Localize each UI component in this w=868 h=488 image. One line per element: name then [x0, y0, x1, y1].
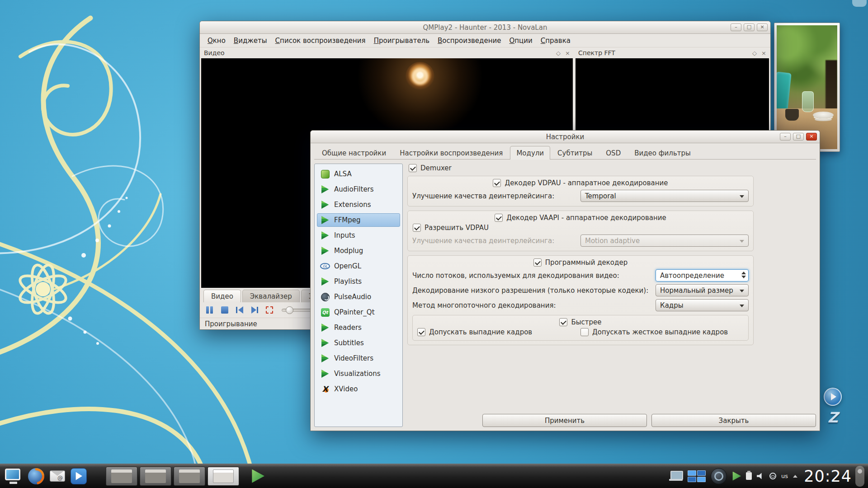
vdpau-deint-combobox[interactable]: Temporal: [580, 190, 749, 202]
faster-checkbox[interactable]: [559, 318, 567, 326]
drop-frames-checkbox[interactable]: [417, 328, 425, 336]
tab-equalizer[interactable]: Эквалайзер: [242, 290, 300, 302]
module-arrow-icon: [320, 277, 330, 286]
fft-dock-titlebar[interactable]: Спектр FFT ◇ ×: [576, 47, 769, 58]
menu-widgets[interactable]: Виджеты: [230, 35, 271, 47]
video-dock-titlebar[interactable]: Видео ◇ ×: [201, 47, 573, 58]
taskbar-clock[interactable]: 20:24: [804, 467, 852, 485]
mail-icon[interactable]: [50, 470, 65, 482]
pulseaudio-icon: [320, 293, 330, 301]
tab-osd[interactable]: OSD: [599, 146, 627, 160]
player-maximize-button[interactable]: □: [744, 23, 755, 31]
module-item-qpainter-qt[interactable]: QPainter_Qt: [317, 305, 400, 319]
network-tray-icon[interactable]: [769, 473, 776, 479]
tab-subtitles[interactable]: Субтитры: [551, 146, 599, 160]
module-arrow-icon: [320, 324, 330, 332]
module-item-alsa[interactable]: ALSA: [317, 167, 400, 181]
demuxer-checkbox[interactable]: [409, 164, 417, 172]
module-arrow-icon: [320, 247, 330, 255]
settings-maximize-button[interactable]: □: [793, 133, 804, 141]
module-item-videofilters[interactable]: VideoFilters: [317, 352, 400, 365]
plasma-toolbox-icon[interactable]: [852, 0, 867, 7]
next-button[interactable]: [249, 305, 260, 315]
allow-vdpau-checkbox[interactable]: [413, 224, 421, 232]
module-item-subtitles[interactable]: Subtitles: [317, 336, 400, 350]
faster-group: Быстрее Допускать выпадние кадров: [412, 315, 749, 341]
taskbar-window-button[interactable]: [106, 467, 137, 486]
module-arrow-icon: [320, 185, 330, 194]
camera-tray-icon[interactable]: [711, 468, 727, 484]
taskbar-window-button-active[interactable]: [208, 467, 239, 486]
menu-help[interactable]: Справка: [537, 35, 575, 47]
desktop-widget-arrow-icon[interactable]: [824, 388, 842, 406]
menu-options[interactable]: Опции: [505, 35, 536, 47]
stop-button[interactable]: [219, 305, 230, 315]
dock-close-icon[interactable]: ×: [565, 50, 570, 56]
taskbar-window-button[interactable]: [174, 467, 205, 486]
tab-general-settings[interactable]: Общие настройки: [316, 146, 392, 160]
vdpau-decoder-checkbox[interactable]: [493, 179, 501, 187]
desktop-pager-icon[interactable]: [688, 470, 706, 482]
vaapi-decoder-title: Декодер VAAPI - аппаратное декодирование: [506, 214, 666, 222]
settings-titlebar[interactable]: Настройки – □ ×: [311, 131, 820, 143]
lowres-combobox[interactable]: Нормальный размер: [656, 284, 749, 296]
task-manager: [106, 467, 239, 486]
tray-expander-icon[interactable]: [793, 475, 797, 478]
taskbar-window-button[interactable]: [140, 467, 171, 486]
module-item-inputs[interactable]: Inputs: [317, 229, 400, 242]
close-button[interactable]: Закрыть: [651, 414, 816, 427]
software-decoder-checkbox[interactable]: [533, 258, 542, 267]
spinbox-arrows-icon[interactable]: [741, 272, 746, 278]
settings-close-button[interactable]: ×: [806, 133, 817, 141]
module-item-opengl[interactable]: OpenGL: [317, 259, 400, 273]
player-close-button[interactable]: ×: [757, 23, 768, 31]
dock-close-icon[interactable]: ×: [761, 50, 766, 56]
module-arrow-icon: [320, 339, 330, 347]
media-player-icon[interactable]: [71, 468, 87, 484]
thread-method-combobox[interactable]: Кадры: [656, 299, 749, 311]
qmplay2-tray-icon[interactable]: [732, 472, 741, 481]
settings-minimize-button[interactable]: –: [780, 133, 791, 141]
module-item-playlists[interactable]: Playlists: [317, 275, 400, 288]
tab-video[interactable]: Видео: [203, 290, 241, 302]
firefox-icon[interactable]: [28, 468, 44, 484]
app-launcher-icon[interactable]: [4, 468, 23, 485]
qmplay2-taskbar-icon[interactable]: [251, 469, 264, 483]
hard-drop-frames-checkbox[interactable]: [580, 328, 589, 336]
menu-playlist[interactable]: Список воспроизведения: [271, 35, 370, 47]
dock-float-icon[interactable]: ◇: [556, 50, 561, 56]
seek-slider-knob[interactable]: [286, 306, 293, 314]
player-titlebar[interactable]: QMPlay2 - Haunter - 2013 - NovaLan – □ ×: [200, 21, 770, 34]
module-item-xvideo[interactable]: XVideo: [317, 382, 400, 396]
keyboard-layout-indicator[interactable]: us: [781, 473, 788, 479]
menu-player[interactable]: Проигрыватель: [370, 35, 434, 47]
desktop-widget-z-icon[interactable]: [824, 408, 842, 427]
dock-float-icon[interactable]: ◇: [752, 50, 757, 56]
module-item-readers[interactable]: Readers: [317, 321, 400, 334]
tab-playback-settings[interactable]: Настройки воспроизведения: [393, 146, 509, 160]
apply-button[interactable]: Применить: [482, 414, 647, 427]
module-item-modplug[interactable]: Modplug: [317, 244, 400, 258]
module-arrow-icon: [320, 201, 330, 209]
fullscreen-button[interactable]: [264, 305, 275, 315]
module-item-visualizations[interactable]: Visualizations: [317, 367, 400, 380]
threads-spinbox[interactable]: Автоопределение: [656, 269, 749, 282]
tab-modules[interactable]: Модули: [510, 146, 550, 160]
module-item-extensions[interactable]: Extensions: [317, 198, 400, 211]
fft-dock-title: Спектр FFT: [578, 49, 615, 56]
module-item-ffmpeg[interactable]: FFMpeg: [317, 213, 400, 227]
volume-tray-icon[interactable]: [757, 473, 764, 479]
pause-button[interactable]: [204, 305, 215, 315]
clipboard-tray-icon[interactable]: [746, 472, 752, 480]
module-item-audiofilters[interactable]: AudioFilters: [317, 183, 400, 196]
tab-video-filters[interactable]: Видео фильтры: [628, 146, 697, 160]
panel-toolbox-icon[interactable]: [855, 466, 864, 487]
module-item-pulseaudio[interactable]: PulseAudio: [317, 290, 400, 304]
menu-window[interactable]: Окно: [203, 35, 230, 47]
previous-button[interactable]: [234, 305, 245, 315]
vaapi-decoder-checkbox[interactable]: [495, 214, 503, 222]
device-notifier-icon[interactable]: [669, 471, 683, 482]
player-minimize-button[interactable]: –: [731, 23, 741, 31]
menu-playback[interactable]: Воспроизведение: [434, 35, 505, 47]
vdpau-deint-label: Улучшение качества деинтерлейсинга:: [412, 192, 580, 200]
